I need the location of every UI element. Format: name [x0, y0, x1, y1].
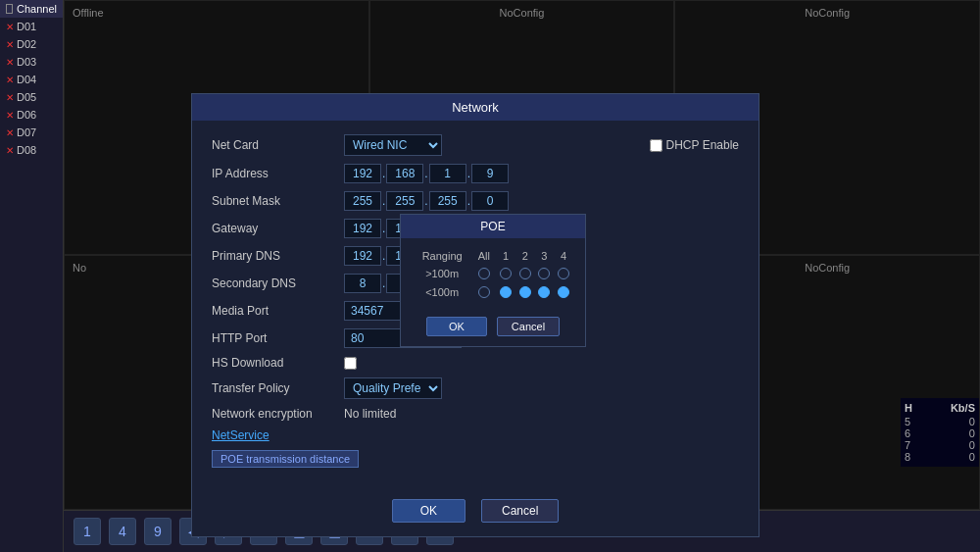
channel-item-d03[interactable]: ✕ D03	[0, 53, 63, 71]
poe-col-1: 1	[496, 248, 515, 264]
kbs-val-6: 0	[969, 427, 975, 439]
net-service-row: NetService	[212, 428, 739, 442]
poe-gt100-1[interactable]	[496, 264, 515, 282]
toolbar-btn-9[interactable]: 9	[144, 518, 172, 545]
kbs-row-7: 7 0	[905, 439, 975, 451]
poe-table: Ranging All 1 2 3 4 >100m	[413, 248, 573, 301]
network-cancel-button[interactable]: Cancel	[481, 499, 559, 523]
d02-status: ✕	[6, 39, 14, 50]
channel-title: Channel	[0, 0, 63, 18]
poe-radio-lt100-all[interactable]	[478, 286, 490, 298]
toolbar-btn-4[interactable]: 4	[109, 518, 136, 545]
hs-download-checkbox[interactable]	[344, 357, 357, 370]
channel-item-d06[interactable]: ✕ D06	[0, 106, 63, 124]
dhcp-checkbox[interactable]	[650, 139, 662, 152]
network-dialog-footer: OK Cancel	[192, 489, 759, 536]
poe-lt100-2[interactable]	[515, 282, 535, 301]
poe-gt100-all[interactable]	[471, 264, 496, 282]
poe-radio-gt100-3[interactable]	[538, 268, 550, 279]
network-enc-row: Network encryption No limited	[212, 407, 739, 421]
transfer-policy-label: Transfer Policy	[212, 381, 344, 395]
kbs-val-8: 0	[969, 451, 975, 463]
ip-label: IP Address	[212, 167, 344, 180]
poe-cancel-button[interactable]: Cancel	[497, 317, 560, 336]
channel-item-d07[interactable]: ✕ D07	[0, 124, 63, 141]
hs-download-label: HS Download	[212, 356, 344, 370]
poe-lt100-3[interactable]	[535, 282, 555, 301]
poe-row-gt100: >100m	[413, 264, 573, 282]
poe-radio-gt100-4[interactable]	[558, 268, 569, 279]
net-card-select[interactable]: Wired NIC	[344, 134, 442, 156]
channel-item-d04[interactable]: ✕ D04	[0, 71, 63, 88]
kbs-row-6: 6 0	[905, 427, 975, 439]
ip-seg-3[interactable]	[429, 164, 466, 183]
media-port-label: Media Port	[212, 304, 344, 318]
poe-col-2: 2	[515, 248, 535, 264]
cell-1-label: Offline	[73, 7, 104, 19]
poe-lt100-1[interactable]	[496, 282, 515, 301]
subnet-seg-2[interactable]	[386, 191, 423, 211]
subnet-seg-4[interactable]	[471, 191, 509, 211]
net-service-link[interactable]: NetService	[212, 428, 270, 442]
kbs-ch-6: 6	[905, 427, 910, 439]
poe-ok-button[interactable]: OK	[426, 317, 487, 336]
cell-3-label: NoConfig	[805, 7, 850, 19]
ip-seg-4[interactable]	[471, 164, 509, 183]
sdns-seg-1[interactable]	[344, 274, 381, 293]
channel-item-d02[interactable]: ✕ D02	[0, 35, 63, 53]
poe-gt100-2[interactable]	[515, 264, 535, 282]
d08-label: D08	[17, 144, 36, 156]
ip-address-row: IP Address . . .	[212, 164, 739, 183]
channel-item-d05[interactable]: ✕ D05	[0, 88, 63, 106]
channel-title-label: Channel	[17, 3, 57, 15]
poe-col-ranging: Ranging	[413, 248, 471, 264]
kbs-val-7: 0	[969, 439, 975, 451]
network-enc-label: Network encryption	[212, 407, 344, 421]
poe-radio-lt100-3[interactable]	[538, 286, 550, 298]
subnet-seg-3[interactable]	[429, 191, 466, 211]
net-card-value: Wired NIC	[344, 134, 640, 156]
toolbar-btn-1[interactable]: 1	[74, 518, 101, 545]
poe-transmission-button[interactable]: POE transmission distance	[212, 450, 359, 468]
poe-radio-lt100-4[interactable]	[558, 286, 569, 298]
kbs-col-h: H	[905, 402, 912, 414]
poe-radio-lt100-2[interactable]	[519, 286, 531, 298]
network-dialog-title: Network	[192, 94, 759, 121]
channel-item-d01[interactable]: ✕ D01	[0, 18, 63, 35]
d02-label: D02	[17, 38, 36, 50]
poe-radio-gt100-2[interactable]	[519, 268, 531, 279]
cell-6-label: NoConfig	[805, 262, 850, 274]
poe-label-gt100: >100m	[413, 264, 471, 282]
d03-status: ✕	[6, 57, 14, 68]
poe-dialog-footer: OK Cancel	[401, 311, 585, 346]
poe-gt100-4[interactable]	[554, 264, 573, 282]
ip-seg-1[interactable]	[344, 164, 381, 183]
d07-status: ✕	[6, 127, 14, 138]
channel-item-d08[interactable]: ✕ D08	[0, 141, 63, 159]
kbs-ch-7: 7	[905, 439, 910, 451]
poe-radio-gt100-all[interactable]	[478, 268, 490, 279]
transfer-policy-select[interactable]: Quality Prefe	[344, 377, 442, 399]
gw-seg-1[interactable]	[344, 219, 381, 238]
d05-label: D05	[17, 91, 36, 103]
http-port-label: HTTP Port	[212, 331, 344, 345]
ip-seg-2[interactable]	[386, 164, 423, 183]
poe-lt100-4[interactable]	[554, 282, 573, 301]
poe-table-header: Ranging All 1 2 3 4	[413, 248, 573, 264]
subnet-seg-1[interactable]	[344, 191, 381, 211]
poe-label-lt100: <100m	[413, 282, 471, 301]
subnet-label: Subnet Mask	[212, 194, 344, 208]
pdns-seg-1[interactable]	[344, 246, 381, 266]
poe-transmission-row: POE transmission distance	[212, 450, 739, 468]
poe-lt100-all[interactable]	[471, 282, 496, 301]
hs-download-row: HS Download	[212, 356, 739, 370]
kbs-row-5: 5 0	[905, 416, 975, 427]
d05-status: ✕	[6, 92, 14, 103]
poe-radio-gt100-1[interactable]	[500, 268, 512, 279]
kbs-row-8: 8 0	[905, 451, 975, 463]
kbs-table: H Kb/S 5 0 6 0 7 0 8 0	[901, 398, 979, 467]
poe-col-all: All	[471, 248, 496, 264]
poe-radio-lt100-1[interactable]	[500, 286, 512, 298]
poe-gt100-3[interactable]	[535, 264, 555, 282]
network-ok-button[interactable]: OK	[392, 499, 466, 523]
